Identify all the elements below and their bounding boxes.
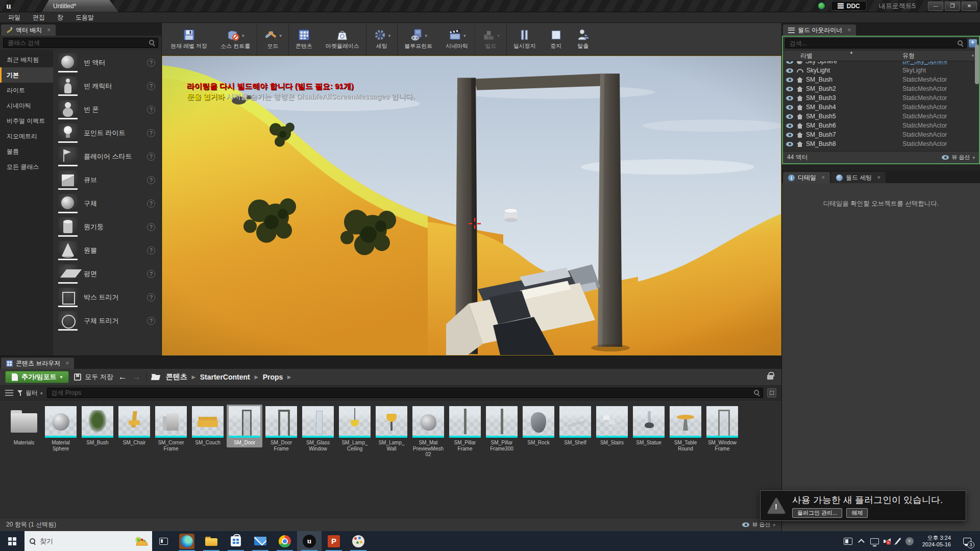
placeable-actor-row[interactable]: 박스 트리거 bbox=[53, 286, 161, 309]
outliner-search-input[interactable] bbox=[785, 38, 967, 48]
outliner-row[interactable]: SM_Bush8 StaticMeshActor bbox=[783, 139, 979, 148]
tab-details[interactable]: 디테일 bbox=[783, 172, 830, 183]
actor-category[interactable]: 최근 배치됨 bbox=[0, 52, 53, 67]
cb-view-options-button[interactable]: 뷰 옵션 bbox=[742, 521, 775, 529]
taskbar-app-mail[interactable] bbox=[248, 531, 273, 551]
placeable-actor-row[interactable]: 구체 트리거 bbox=[53, 309, 161, 333]
help-icon[interactable] bbox=[147, 223, 155, 231]
help-icon[interactable] bbox=[147, 153, 155, 161]
menu-item[interactable]: 도움말 bbox=[69, 12, 100, 23]
placeable-actor-row[interactable]: 원뿔 bbox=[53, 239, 161, 262]
minimize-button[interactable] bbox=[928, 2, 943, 11]
taskbar-app-store[interactable] bbox=[224, 531, 248, 551]
actor-category[interactable]: 볼륨 bbox=[0, 144, 53, 159]
pen-icon[interactable] bbox=[895, 538, 901, 544]
asset-tile[interactable]: SM_Pillar Frame300 bbox=[484, 405, 520, 453]
tab-world-outliner[interactable]: 월드 아웃라이너 bbox=[783, 24, 856, 36]
taskbar-app-chrome[interactable] bbox=[273, 531, 297, 551]
actor-category[interactable]: 라이트 bbox=[0, 83, 53, 98]
filters-button[interactable]: 필터 bbox=[17, 389, 43, 397]
outliner-row[interactable]: SM_Bush5 StaticMeshActor bbox=[783, 112, 979, 121]
actor-category[interactable]: 시네마틱 bbox=[0, 98, 53, 113]
close-icon[interactable] bbox=[845, 27, 851, 34]
marketplace-button[interactable]: 마켓플레이스 bbox=[319, 23, 366, 55]
menu-item[interactable]: 편집 bbox=[27, 12, 51, 23]
tab-content-browser[interactable]: 콘텐츠 브라우저 bbox=[1, 358, 74, 369]
placeable-actor-row[interactable]: 큐브 bbox=[53, 168, 161, 192]
actor-category[interactable]: 모든 클래스 bbox=[0, 159, 53, 174]
add-import-button[interactable]: 추가/임포트 bbox=[5, 371, 69, 383]
blueprints-button[interactable]: 블루프린트 bbox=[397, 23, 439, 55]
save-level-button[interactable]: 현재 레벨 저장 bbox=[164, 23, 214, 55]
network-icon[interactable] bbox=[870, 538, 879, 544]
save-search-icon[interactable] bbox=[767, 388, 776, 397]
help-icon[interactable] bbox=[147, 270, 155, 278]
start-button[interactable] bbox=[0, 531, 24, 551]
taskbar-app-powerpoint[interactable]: P bbox=[322, 531, 346, 551]
stop-button[interactable]: 중지 bbox=[543, 23, 570, 55]
asset-tile[interactable]: SM_Lamp_ Ceiling bbox=[337, 405, 373, 453]
placeable-actor-row[interactable]: 플레이어 스타트 bbox=[53, 145, 161, 168]
visibility-eye-icon[interactable] bbox=[786, 68, 793, 73]
volume-muted-icon[interactable] bbox=[886, 538, 891, 544]
taskbar-search-box[interactable] bbox=[24, 531, 152, 551]
asset-tile[interactable]: SM_Rock bbox=[521, 405, 556, 447]
asset-tile[interactable]: SM_Door bbox=[227, 405, 262, 447]
visibility-eye-icon[interactable] bbox=[786, 123, 793, 128]
settings-button[interactable]: 세팅 bbox=[366, 23, 398, 55]
asset-tile[interactable]: SM_Shelf bbox=[557, 405, 593, 447]
content-button[interactable]: 콘텐츠 bbox=[288, 23, 319, 55]
outliner-row[interactable]: SM_Bush3 StaticMeshActor bbox=[783, 93, 979, 103]
asset-tile[interactable]: SM_Couch bbox=[190, 405, 226, 447]
class-search-input[interactable] bbox=[3, 38, 158, 48]
asset-tile[interactable]: SM_Window Frame bbox=[704, 405, 740, 453]
help-icon[interactable] bbox=[147, 246, 155, 255]
close-button[interactable] bbox=[962, 2, 977, 11]
help-icon[interactable] bbox=[147, 317, 155, 325]
sources-panel-icon[interactable] bbox=[5, 390, 13, 396]
close-icon[interactable] bbox=[819, 174, 825, 181]
dismiss-button[interactable]: 해제 bbox=[846, 508, 868, 518]
asset-tile[interactable]: SM_Corner Frame bbox=[153, 405, 189, 453]
asset-tile[interactable]: Materials bbox=[6, 405, 42, 447]
tutorial-icon[interactable] bbox=[817, 2, 826, 10]
visibility-eye-icon[interactable] bbox=[786, 133, 793, 137]
taskbar-app-edge[interactable] bbox=[175, 531, 199, 551]
lock-icon[interactable] bbox=[767, 375, 773, 380]
taskbar-search-input[interactable] bbox=[40, 537, 116, 545]
visibility-eye-icon[interactable] bbox=[786, 105, 793, 110]
pause-button[interactable]: 일시정지 bbox=[506, 23, 543, 55]
placeable-actor-row[interactable]: 빈 캐릭터 bbox=[53, 74, 161, 98]
outliner-row[interactable]: SM_Bush2 StaticMeshActor bbox=[783, 84, 979, 93]
source-control-button[interactable]: 소스 컨트롤 bbox=[214, 23, 257, 55]
outliner-row[interactable]: SM_Bush6 StaticMeshActor bbox=[783, 121, 979, 130]
outliner-view-options-button[interactable]: 뷰 옵션 bbox=[942, 154, 975, 161]
actor-category[interactable]: 지오메트리 bbox=[0, 129, 53, 144]
placeable-actor-row[interactable]: 빈 액터 bbox=[53, 51, 161, 74]
outliner-row[interactable]: Sky Sphere BP_Sky_Sphere bbox=[783, 61, 979, 66]
asset-tile[interactable]: SM_Bush bbox=[80, 405, 115, 447]
taskbar-app-paint[interactable] bbox=[346, 531, 371, 551]
menu-item[interactable]: 파일 bbox=[2, 12, 27, 23]
help-icon[interactable] bbox=[147, 293, 155, 302]
eject-button[interactable]: 탈출 bbox=[570, 23, 597, 55]
close-icon[interactable] bbox=[875, 174, 880, 181]
placeable-actor-row[interactable]: 구체 bbox=[53, 192, 161, 215]
tab-place-actors[interactable]: 액터 배치 bbox=[1, 24, 56, 36]
asset-search-input[interactable] bbox=[47, 388, 763, 398]
asset-tile[interactable]: SM_Chair bbox=[116, 405, 152, 447]
breadcrumb-item[interactable]: Props bbox=[263, 373, 291, 381]
outliner-row[interactable]: SkyLight SkyLight bbox=[783, 66, 979, 75]
modes-button[interactable]: 모드 bbox=[257, 23, 288, 55]
maximize-button[interactable] bbox=[945, 2, 960, 11]
status-circle-icon[interactable] bbox=[905, 537, 914, 545]
close-icon[interactable] bbox=[45, 27, 51, 34]
visibility-eye-icon[interactable] bbox=[786, 78, 793, 82]
help-icon[interactable] bbox=[147, 59, 155, 67]
visibility-eye-icon[interactable] bbox=[786, 61, 793, 64]
level-viewport[interactable]: 라이팅을 다시 빌드해야 합니다 (빌드 필요: 91개) 문을 열거라 시지를… bbox=[162, 56, 781, 356]
help-icon[interactable] bbox=[147, 176, 155, 184]
help-icon[interactable] bbox=[147, 199, 155, 208]
asset-tile[interactable]: SM_Pillar Frame bbox=[447, 405, 483, 453]
asset-tile[interactable]: SM_Glass Window bbox=[300, 405, 336, 453]
